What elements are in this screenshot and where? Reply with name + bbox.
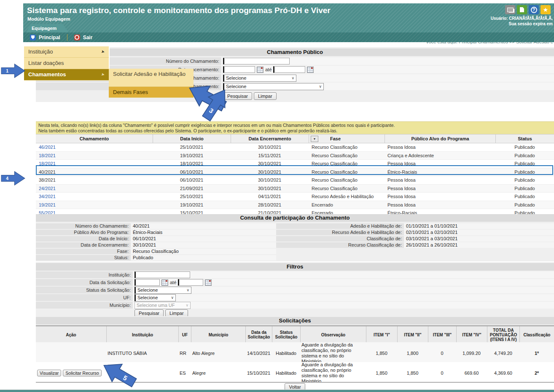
chevron-down-icon: ∨	[291, 76, 294, 80]
chamamento-link[interactable]: 18/2021	[39, 153, 56, 158]
data-solicitacao-ate-input[interactable]	[178, 279, 203, 286]
col-total-pontuacao: TOTAL DA PONTUAÇÃO (ITENS I A IV)	[487, 326, 519, 343]
star-glyph: ★	[543, 7, 549, 13]
consulta-label: Recurso Adesão e Habilitação de:	[276, 230, 404, 235]
numero-chamamento-input[interactable]	[223, 58, 290, 64]
date-range-separator: até	[170, 280, 176, 285]
consulta-value: 40/2021	[131, 223, 276, 229]
step-arrow-4: 4	[1, 167, 25, 190]
status-cell: Publicado	[495, 193, 554, 201]
municipio-value: Selecione uma UF	[137, 303, 175, 308]
tab-equipagem[interactable]: Equipagem	[27, 24, 69, 32]
table-row: 18/2021 18/10/2021 30/10/2021 Recurso Cl…	[36, 160, 554, 168]
submenu-item-solicitar-adesao[interactable]: Solicitar Adesão e Habilitação	[109, 69, 194, 87]
submenu-arrow-icon: ➤	[100, 46, 106, 57]
consulta-value: 01/10/2021 a 01/10/2021	[404, 223, 554, 229]
table-row-highlighted: 40/2021 06/10/2021 30/10/2021 Recurso Cl…	[36, 168, 554, 177]
col-chamamento[interactable]: Chamamento	[36, 134, 153, 143]
status-cell: Publicado	[495, 168, 554, 176]
col-item-iv: ITEM "IV"	[456, 326, 487, 343]
consulta-value: 03/10/2021 a 03/10/2021	[404, 236, 554, 242]
col-instituicao: Instituição	[106, 326, 178, 343]
menu-item-sair[interactable]: Sair	[67, 35, 100, 40]
fase-cell: Recurso Classificação	[309, 152, 385, 160]
col-status[interactable]: Status	[495, 134, 554, 143]
status-cell: Publicado	[495, 152, 554, 160]
power-icon	[74, 35, 80, 40]
status-chamamento-select[interactable]: Selecione ∨	[223, 75, 296, 82]
sort-dropdown-icon[interactable]: ▼	[311, 136, 318, 142]
publico-cell: Pessoa Idosa	[385, 185, 495, 193]
publico-cell: Pessoa Idosa	[385, 176, 495, 184]
col-publico-alvo[interactable]: Público Alvo do Programa	[385, 134, 495, 143]
limpar-button[interactable]: Limpar	[254, 92, 277, 100]
data-inicio-cell: 19/10/2021	[153, 152, 231, 160]
status-solicitacao-select[interactable]: Selecione ∨	[134, 287, 191, 294]
col-item-i: ITEM "I"	[366, 326, 397, 343]
date-range-separator: até	[265, 67, 272, 72]
menu-item-instituicao[interactable]: Instituição ➤	[24, 46, 109, 58]
chamamento-link[interactable]: 18/2021	[39, 161, 56, 166]
help-icon[interactable]: ?	[529, 5, 539, 14]
col-municipio: Município	[191, 326, 245, 343]
app-header: Sistema para registro, controle e monito…	[23, 3, 554, 42]
consulta-label: Fase:	[36, 249, 131, 254]
data-encerramento-cell: 30/10/2021	[231, 143, 309, 151]
publico-alvo-select[interactable]: Selecione ∨	[223, 83, 324, 90]
calendar-icon[interactable]	[161, 279, 168, 286]
item-iii-cell: 0	[428, 351, 456, 356]
publico-cell: Pessoa Idosa	[385, 143, 495, 151]
screens-icon[interactable]	[505, 5, 515, 14]
status-cell: Publicado	[495, 176, 554, 184]
consulta-label: Recurso Classificação de:	[276, 242, 404, 248]
app-window: Você está aqui: Principal Chamamentos >>…	[0, 0, 554, 392]
data-cell: 15/10/2021	[245, 371, 272, 376]
favorites-star-icon[interactable]: ★	[541, 5, 551, 14]
instituicao-input[interactable]	[134, 271, 190, 278]
menu-item-listar-doacoes[interactable]: Listar doações	[24, 58, 109, 69]
section-title-consulta: Consulta de participação do Chamamento	[36, 214, 554, 222]
notes-icon[interactable]	[517, 5, 527, 14]
calendar-icon[interactable]	[257, 67, 264, 73]
col-data-encerramento[interactable]: Data Encerramento	[231, 134, 309, 143]
item-ii-cell: 1,850	[397, 371, 428, 376]
municipio-cell: Alto Alegre	[191, 351, 245, 356]
uf-select[interactable]: Selecione ∨	[134, 294, 176, 301]
chamamentos-submenu: Solicitar Adesão e Habilitação Demais Fa…	[109, 69, 194, 98]
data-encerramento-cell: 28/10/2021	[231, 201, 309, 209]
item-iv-cell: 669.60	[456, 371, 487, 376]
chamamento-link[interactable]: 40/2021	[39, 169, 56, 175]
submenu-arrow-icon: ➤	[100, 69, 106, 80]
chamamento-link[interactable]: 38/2021	[39, 177, 56, 183]
question-glyph: ?	[531, 7, 537, 13]
status-cell: Publicado	[495, 143, 554, 151]
data-encerramento-ate-input[interactable]	[273, 66, 305, 73]
fase-header-label: Fase	[330, 136, 341, 141]
menu-item-principal[interactable]: Principal	[23, 35, 67, 40]
fase-cell: Recurso Classificação	[309, 143, 385, 151]
calendar-icon[interactable]	[205, 279, 212, 286]
fase-cell: Recurso Classificação	[309, 168, 385, 176]
col-item-ii: ITEM "II"	[397, 326, 428, 343]
chamamento-link[interactable]: 46/2021	[39, 145, 56, 150]
data-inicio-cell: 25/10/2021	[153, 193, 231, 201]
table-row: 34/2021 25/10/2021 04/11/2021 Recurso Ad…	[36, 193, 554, 201]
visualizar-button[interactable]: Visualizar	[37, 370, 61, 376]
uf-value: Selecione	[137, 295, 158, 300]
item-ii-cell: 1,800	[397, 351, 428, 356]
solicitar-recurso-button[interactable]: Solicitar Recurso	[63, 370, 101, 376]
data-solicitacao-de-input[interactable]	[134, 279, 160, 286]
menu-item-chamamentos[interactable]: Chamamentos ➤	[24, 69, 109, 81]
chamamento-link[interactable]: 34/2021	[39, 194, 56, 199]
chamamento-link[interactable]: 24/2021	[39, 186, 56, 191]
table-row: 38/2021 06/10/2021 30/10/2021 Recurso Cl…	[36, 176, 554, 185]
chamamento-link[interactable]: 19/2021	[39, 202, 56, 207]
submenu-item-demais-fases[interactable]: Demais Fases	[109, 87, 194, 98]
data-encerramento-cell: 30/10/2021	[231, 185, 309, 193]
calendar-icon[interactable]	[307, 67, 314, 73]
col-data-inicio[interactable]: Data Início	[153, 134, 231, 143]
svg-text:4: 4	[6, 176, 8, 181]
data-solicitacao-label: Data da Solicitação:	[36, 279, 133, 286]
data-encerramento-de-input[interactable]	[223, 66, 255, 73]
col-fase[interactable]: ▼ Fase	[309, 134, 385, 143]
